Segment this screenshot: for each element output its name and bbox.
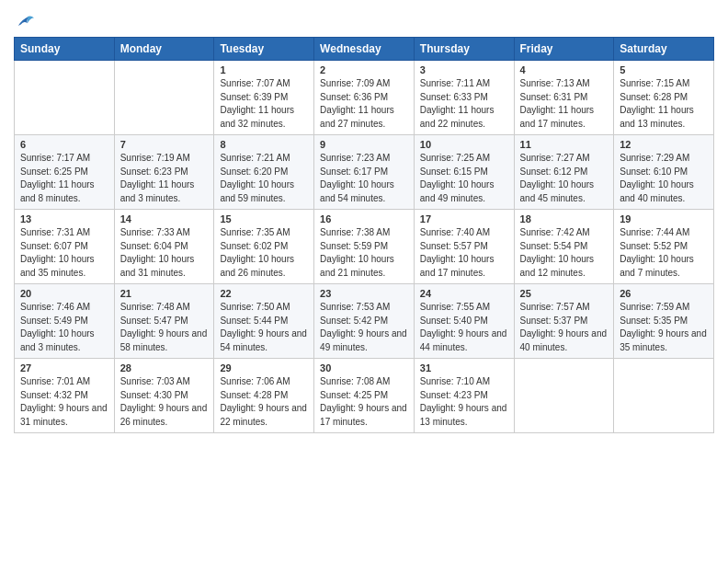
calendar-header-row: SundayMondayTuesdayWednesdayThursdayFrid… [15, 38, 714, 61]
day-info: Sunrise: 7:33 AM Sunset: 6:04 PM Dayligh… [120, 226, 209, 280]
calendar-table: SundayMondayTuesdayWednesdayThursdayFrid… [14, 37, 714, 433]
day-number: 17 [420, 213, 508, 224]
day-info: Sunrise: 7:25 AM Sunset: 6:15 PM Dayligh… [420, 152, 508, 205]
calendar-cell: 30Sunrise: 7:08 AM Sunset: 4:25 PM Dayli… [314, 359, 415, 433]
day-number: 21 [120, 288, 209, 299]
calendar-cell: 2Sunrise: 7:09 AM Sunset: 6:36 PM Daylig… [314, 61, 415, 135]
day-number: 31 [420, 362, 508, 373]
day-number: 27 [20, 362, 108, 373]
day-number: 14 [120, 213, 209, 224]
calendar-cell: 22Sunrise: 7:50 AM Sunset: 5:44 PM Dayli… [214, 284, 314, 359]
day-header-monday: Monday [114, 38, 214, 61]
calendar-cell: 13Sunrise: 7:31 AM Sunset: 6:07 PM Dayli… [15, 210, 115, 284]
day-number: 4 [520, 64, 609, 75]
day-number: 11 [520, 139, 609, 150]
calendar-cell: 21Sunrise: 7:48 AM Sunset: 5:47 PM Dayli… [114, 284, 214, 359]
day-info: Sunrise: 7:03 AM Sunset: 4:30 PM Dayligh… [120, 375, 209, 429]
day-info: Sunrise: 7:31 AM Sunset: 6:07 PM Dayligh… [20, 226, 108, 280]
calendar-cell: 31Sunrise: 7:10 AM Sunset: 4:23 PM Dayli… [414, 359, 514, 433]
day-number: 16 [320, 213, 408, 224]
calendar-cell: 23Sunrise: 7:53 AM Sunset: 5:42 PM Dayli… [314, 284, 415, 359]
day-info: Sunrise: 7:29 AM Sunset: 6:10 PM Dayligh… [620, 152, 708, 205]
calendar-cell: 20Sunrise: 7:46 AM Sunset: 5:49 PM Dayli… [15, 284, 115, 359]
day-number: 6 [20, 139, 108, 150]
calendar-cell: 27Sunrise: 7:01 AM Sunset: 4:32 PM Dayli… [15, 359, 115, 433]
day-info: Sunrise: 7:35 AM Sunset: 6:02 PM Dayligh… [220, 226, 308, 280]
day-number: 19 [620, 213, 708, 224]
day-header-sunday: Sunday [15, 38, 115, 61]
day-number: 30 [320, 362, 408, 373]
page: SundayMondayTuesdayWednesdayThursdayFrid… [0, 0, 728, 447]
day-info: Sunrise: 7:27 AM Sunset: 6:12 PM Dayligh… [520, 152, 609, 205]
calendar-cell: 18Sunrise: 7:42 AM Sunset: 5:54 PM Dayli… [514, 210, 614, 284]
day-info: Sunrise: 7:50 AM Sunset: 5:44 PM Dayligh… [220, 301, 308, 354]
calendar-cell: 8Sunrise: 7:21 AM Sunset: 6:20 PM Daylig… [214, 135, 314, 210]
day-info: Sunrise: 7:13 AM Sunset: 6:31 PM Dayligh… [520, 77, 609, 131]
logo [14, 9, 34, 29]
logo-bird-icon [16, 13, 34, 29]
day-info: Sunrise: 7:38 AM Sunset: 5:59 PM Dayligh… [320, 226, 408, 280]
day-number: 9 [320, 139, 408, 150]
calendar-cell [514, 359, 614, 433]
day-info: Sunrise: 7:15 AM Sunset: 6:28 PM Dayligh… [620, 77, 708, 131]
day-number: 12 [620, 139, 708, 150]
day-info: Sunrise: 7:48 AM Sunset: 5:47 PM Dayligh… [120, 301, 209, 354]
day-info: Sunrise: 7:01 AM Sunset: 4:32 PM Dayligh… [20, 375, 108, 429]
day-number: 13 [20, 213, 108, 224]
day-number: 26 [620, 288, 708, 299]
day-info: Sunrise: 7:23 AM Sunset: 6:17 PM Dayligh… [320, 152, 408, 205]
calendar-cell: 7Sunrise: 7:19 AM Sunset: 6:23 PM Daylig… [114, 135, 214, 210]
day-number: 20 [20, 288, 108, 299]
calendar-cell: 1Sunrise: 7:07 AM Sunset: 6:39 PM Daylig… [214, 61, 314, 135]
calendar-cell: 17Sunrise: 7:40 AM Sunset: 5:57 PM Dayli… [414, 210, 514, 284]
calendar-cell: 6Sunrise: 7:17 AM Sunset: 6:25 PM Daylig… [15, 135, 115, 210]
calendar-cell: 9Sunrise: 7:23 AM Sunset: 6:17 PM Daylig… [314, 135, 415, 210]
day-info: Sunrise: 7:42 AM Sunset: 5:54 PM Dayligh… [520, 226, 609, 280]
calendar-cell: 11Sunrise: 7:27 AM Sunset: 6:12 PM Dayli… [514, 135, 614, 210]
calendar-week-row: 6Sunrise: 7:17 AM Sunset: 6:25 PM Daylig… [15, 135, 714, 210]
day-number: 15 [220, 213, 308, 224]
day-info: Sunrise: 7:21 AM Sunset: 6:20 PM Dayligh… [220, 152, 308, 205]
calendar-cell: 3Sunrise: 7:11 AM Sunset: 6:33 PM Daylig… [414, 61, 514, 135]
day-info: Sunrise: 7:53 AM Sunset: 5:42 PM Dayligh… [320, 301, 408, 354]
day-number: 3 [420, 64, 508, 75]
day-number: 24 [420, 288, 508, 299]
day-number: 22 [220, 288, 308, 299]
calendar-cell: 16Sunrise: 7:38 AM Sunset: 5:59 PM Dayli… [314, 210, 415, 284]
day-info: Sunrise: 7:08 AM Sunset: 4:25 PM Dayligh… [320, 375, 408, 429]
calendar-cell: 19Sunrise: 7:44 AM Sunset: 5:52 PM Dayli… [614, 210, 714, 284]
day-info: Sunrise: 7:46 AM Sunset: 5:49 PM Dayligh… [20, 301, 108, 354]
calendar-cell: 28Sunrise: 7:03 AM Sunset: 4:30 PM Dayli… [114, 359, 214, 433]
day-header-thursday: Thursday [414, 38, 514, 61]
calendar-cell: 26Sunrise: 7:59 AM Sunset: 5:35 PM Dayli… [614, 284, 714, 359]
calendar-cell: 29Sunrise: 7:06 AM Sunset: 4:28 PM Dayli… [214, 359, 314, 433]
day-info: Sunrise: 7:11 AM Sunset: 6:33 PM Dayligh… [420, 77, 508, 131]
day-info: Sunrise: 7:40 AM Sunset: 5:57 PM Dayligh… [420, 226, 508, 280]
day-number: 2 [320, 64, 408, 75]
calendar-cell: 10Sunrise: 7:25 AM Sunset: 6:15 PM Dayli… [414, 135, 514, 210]
day-info: Sunrise: 7:07 AM Sunset: 6:39 PM Dayligh… [220, 77, 308, 131]
day-number: 7 [120, 139, 209, 150]
day-info: Sunrise: 7:55 AM Sunset: 5:40 PM Dayligh… [420, 301, 508, 354]
calendar-cell [15, 61, 115, 135]
day-header-friday: Friday [514, 38, 614, 61]
day-info: Sunrise: 7:44 AM Sunset: 5:52 PM Dayligh… [620, 226, 708, 280]
day-number: 10 [420, 139, 508, 150]
calendar-week-row: 20Sunrise: 7:46 AM Sunset: 5:49 PM Dayli… [15, 284, 714, 359]
day-number: 18 [520, 213, 609, 224]
day-number: 28 [120, 362, 209, 373]
day-header-saturday: Saturday [614, 38, 714, 61]
calendar-cell: 15Sunrise: 7:35 AM Sunset: 6:02 PM Dayli… [214, 210, 314, 284]
day-number: 29 [220, 362, 308, 373]
header [14, 9, 714, 29]
calendar-week-row: 27Sunrise: 7:01 AM Sunset: 4:32 PM Dayli… [15, 359, 714, 433]
calendar-cell [614, 359, 714, 433]
calendar-cell: 12Sunrise: 7:29 AM Sunset: 6:10 PM Dayli… [614, 135, 714, 210]
day-info: Sunrise: 7:09 AM Sunset: 6:36 PM Dayligh… [320, 77, 408, 131]
day-number: 1 [220, 64, 308, 75]
calendar-cell: 14Sunrise: 7:33 AM Sunset: 6:04 PM Dayli… [114, 210, 214, 284]
day-info: Sunrise: 7:19 AM Sunset: 6:23 PM Dayligh… [120, 152, 209, 205]
day-info: Sunrise: 7:06 AM Sunset: 4:28 PM Dayligh… [220, 375, 308, 429]
calendar-cell: 4Sunrise: 7:13 AM Sunset: 6:31 PM Daylig… [514, 61, 614, 135]
day-header-tuesday: Tuesday [214, 38, 314, 61]
